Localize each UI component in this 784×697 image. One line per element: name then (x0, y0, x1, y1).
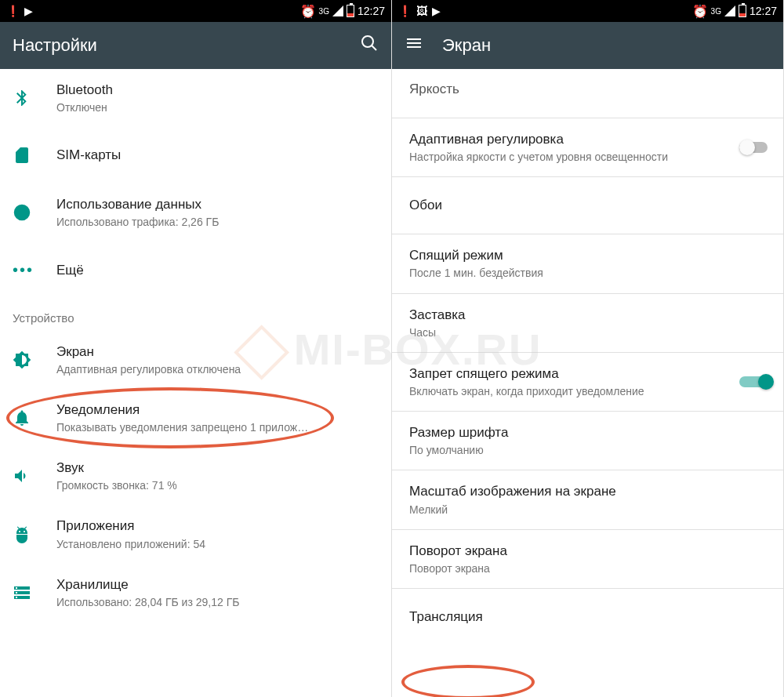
list-item-sleep[interactable]: Спящий режим После 1 мин. бездействия (392, 234, 783, 292)
settings-list: Bluetooth Отключен SIM-карты Использован… (0, 69, 391, 697)
item-title: Ещё (56, 262, 379, 279)
list-item-sim[interactable]: SIM-карты (0, 127, 391, 183)
display-settings-list: Яркость Адаптивная регулировка Настройка… (392, 69, 783, 697)
list-item-apps[interactable]: Приложения Установлено приложений: 54 (0, 505, 391, 563)
youtube-icon: ▶ (432, 5, 441, 17)
svg-point-2 (15, 205, 29, 220)
section-header: Устройство (0, 299, 391, 331)
app-title: Настройки (13, 35, 97, 56)
item-title: Звук (56, 459, 379, 477)
list-item-storage[interactable]: Хранилище Использовано: 28,04 ГБ из 29,1… (0, 564, 391, 622)
battery-icon (347, 5, 354, 17)
list-item-data[interactable]: Использование данных Использовано трафик… (0, 183, 391, 241)
item-title: Размер шрифта (409, 424, 771, 441)
list-item-bluetooth[interactable]: Bluetooth Отключен (0, 69, 391, 127)
apps-icon (13, 525, 31, 544)
clock: 12:27 (358, 5, 385, 17)
display-icon (13, 350, 31, 369)
youtube-icon: ▶ (24, 5, 33, 17)
svg-point-0 (362, 36, 373, 47)
app-bar: Экран (392, 22, 783, 69)
battery-icon (739, 5, 746, 17)
highlight-cast (401, 665, 535, 697)
item-title: Масштаб изображения на экране (409, 483, 771, 500)
item-title: Экран (56, 343, 379, 361)
more-icon: ••• (13, 261, 34, 279)
clock: 12:27 (750, 5, 777, 17)
item-title: Спящий режим (409, 247, 771, 264)
toggle-prevent-sleep[interactable] (739, 374, 771, 390)
item-title: Яркость (409, 81, 771, 98)
list-item-notifications[interactable]: Уведомления Показывать уведомления запре… (0, 389, 391, 447)
toggle-adaptive[interactable] (739, 140, 771, 155)
item-title: SIM-карты (56, 147, 379, 164)
bluetooth-icon (13, 89, 31, 107)
menu-icon[interactable] (405, 34, 423, 57)
item-title: Хранилище (56, 576, 379, 594)
signal-icon (724, 5, 735, 16)
app-bar: Настройки (0, 22, 391, 69)
item-title: Поворот экрана (409, 543, 771, 560)
image-icon: 🖼 (416, 5, 427, 17)
status-bar: ❗ ▶ ⏰ 3G 12:27 (0, 0, 391, 22)
data-icon (13, 203, 31, 222)
item-sub: Показывать уведомления запрещено 1 прило… (56, 420, 379, 434)
item-sub: Часы (409, 325, 771, 339)
item-title: Приложения (56, 517, 379, 535)
item-sub: Включать экран, когда приходит уведомлен… (409, 384, 739, 398)
item-sub: Настройка яркости с учетом уровня освеще… (409, 150, 739, 164)
item-sub: Использовано: 28,04 ГБ из 29,12 ГБ (56, 595, 379, 609)
item-title: Обои (409, 197, 771, 214)
item-title: Bluetooth (56, 82, 379, 99)
item-title: Использование данных (56, 196, 379, 213)
bell-icon (13, 408, 31, 427)
list-item-more[interactable]: ••• Ещё (0, 242, 391, 299)
item-sub: Громкость звонка: 71 % (56, 478, 379, 492)
item-title: Заставка (409, 307, 771, 324)
right-phone: ❗ 🖼 ▶ ⏰ 3G 12:27 Экран Яркость Адаптивна… (392, 0, 784, 697)
app-title: Экран (442, 35, 491, 56)
list-item-wallpaper[interactable]: Обои (392, 177, 783, 234)
list-item-brightness-cutoff[interactable]: Яркость (392, 69, 783, 118)
list-item-font-size[interactable]: Размер шрифта По умолчанию (392, 412, 783, 470)
storage-icon (13, 583, 31, 602)
item-sub: Отключен (56, 100, 379, 114)
list-item-display-scale[interactable]: Масштаб изображения на экране Мелкий (392, 470, 783, 528)
item-sub: Установлено приложений: 54 (56, 537, 379, 551)
network-label: 3G (319, 7, 329, 16)
list-item-cast[interactable]: Трансляция (392, 589, 783, 645)
signal-icon (332, 5, 343, 16)
item-sub: Использовано трафика: 2,26 ГБ (56, 215, 379, 229)
list-item-rotation[interactable]: Поворот экрана Поворот экрана (392, 530, 783, 588)
item-title: Уведомления (56, 401, 379, 419)
list-item-display[interactable]: Экран Адаптивная регулировка отключена (0, 331, 391, 389)
list-item-adaptive[interactable]: Адаптивная регулировка Настройка яркости… (392, 118, 783, 176)
list-item-prevent-sleep[interactable]: Запрет спящего режима Включать экран, ко… (392, 353, 783, 411)
item-title: Адаптивная регулировка (409, 131, 739, 148)
left-phone: ❗ ▶ ⏰ 3G 12:27 Настройки Bluetooth Отклю… (0, 0, 392, 697)
alarm-icon: ⏰ (300, 4, 316, 19)
item-sub: Поворот экрана (409, 561, 771, 575)
item-sub: Адаптивная регулировка отключена (56, 362, 379, 376)
item-title: Трансляция (409, 608, 771, 626)
network-label: 3G (711, 7, 721, 16)
alert-icon: ❗ (6, 5, 20, 17)
item-title: Запрет спящего режима (409, 365, 739, 383)
item-sub: После 1 мин. бездействия (409, 266, 771, 280)
item-sub: Мелкий (409, 503, 771, 517)
list-item-screensaver[interactable]: Заставка Часы (392, 294, 783, 352)
list-item-sound[interactable]: Звук Громкость звонка: 71 % (0, 447, 391, 505)
status-bar: ❗ 🖼 ▶ ⏰ 3G 12:27 (392, 0, 783, 22)
svg-line-1 (372, 45, 376, 50)
alert-icon: ❗ (398, 5, 412, 17)
sim-icon (13, 146, 31, 165)
item-sub: По умолчанию (409, 443, 771, 457)
sound-icon (13, 466, 31, 485)
search-icon[interactable] (360, 34, 379, 57)
alarm-icon: ⏰ (692, 4, 708, 19)
